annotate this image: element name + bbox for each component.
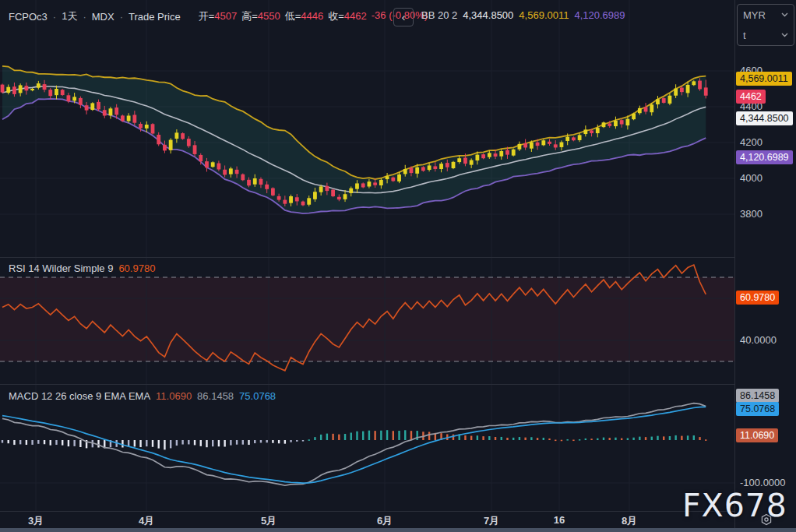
macd-title[interactable]: MACD 12 26 close 9 EMA EMA [9,390,150,402]
candlestick-chart[interactable] [0,0,734,257]
trading-chart-app: FCPOc3 · 1天 · MDX · Trade Price 开=4507 高… [0,0,796,532]
price-tick-label: -100.0000 [740,477,786,488]
x-axis-label: 4月 [139,514,154,528]
chevron-down-icon [781,12,788,17]
symbol-legend[interactable]: FCPOc3 · 1天 · MDX · Trade Price 开=4507 高… [9,9,428,23]
price-tick-label: 3800 [740,208,763,220]
interval-label[interactable]: 1天 [62,9,77,23]
bb-lower-value: 4,120.6989 [574,9,625,21]
price-tick-label: 4000 [740,172,763,184]
open-value: 4507 [214,10,237,22]
bb-title[interactable]: BB 20 2 [421,9,457,21]
x-axis-label: 6月 [377,514,393,528]
series-type-label: Trade Price [129,11,181,23]
close-value: 4462 [344,10,367,22]
legend-separator: · [53,11,56,23]
bb-lower-badge: 4,120.6989 [736,150,793,164]
signal-badge: 75.0768 [736,402,779,416]
macd-line-value: 86.1458 [197,390,234,402]
chevron-down-icon [781,33,788,37]
chevron-left-icon: ‹ [402,11,406,23]
currency-value: MYR [743,9,766,21]
rsi-legend[interactable]: RSI 14 Wilder Simple 9 60.9780 [9,262,155,274]
pane-separator[interactable] [0,257,796,258]
close-label: 收= [328,10,344,22]
bb-basis-badge: 4,344.8500 [736,111,793,125]
rsi-badge: 60.9780 [736,291,779,305]
bb-upper-badge: 4,569.0011 [736,72,792,86]
rsi-pane[interactable] [0,257,734,384]
last-price-badge: 4462 [736,90,766,104]
x-axis-label: 7月 [484,514,499,528]
rsi-value: 60.9780 [118,262,155,274]
collapse-indicators-button[interactable]: ‹ [393,8,414,26]
price-pane[interactable] [0,0,734,257]
macd-hist-value: 11.0690 [156,390,192,402]
settings-icon[interactable] [760,513,773,526]
unit-value: t [743,30,746,41]
x-axis-label: 5月 [261,514,276,528]
pane-separator[interactable] [0,384,796,385]
low-label: 低= [285,10,301,22]
rsi-title[interactable]: RSI 14 Wilder Simple 9 [9,262,113,274]
low-value: 4446 [301,10,323,22]
price-tick-label: 40.0000 [740,334,777,346]
bb-upper-value: 4,569.0011 [519,9,569,21]
exchange-label: MDX [92,11,114,23]
macd-pane[interactable] [0,384,734,511]
macd-signal-value: 75.0768 [239,390,276,402]
symbol-name[interactable]: FCPOc3 [9,11,48,23]
price-scale[interactable]: MYR t 4600440042004000380040.0000-100.00… [735,0,796,528]
rsi-chart[interactable] [0,257,734,384]
bb-legend[interactable]: BB 20 2 4,344.8500 4,569.0011 4,120.6989 [421,9,625,21]
x-axis-label: 16 [554,514,565,526]
high-label: 高= [241,10,258,22]
currency-dropdown[interactable]: MYR [738,5,794,25]
bottom-toolbar-edge [0,528,796,532]
macd-legend[interactable]: MACD 12 26 close 9 EMA EMA 11.0690 86.14… [9,390,276,402]
legend-separator: · [83,11,86,23]
hist-badge: 11.0690 [736,428,778,442]
x-axis-label: 8月 [622,514,637,528]
open-label: 开= [199,10,215,22]
price-tick-label: 4200 [740,136,763,148]
unit-dropdown[interactable]: t [738,25,794,45]
bb-basis-value: 4,344.8500 [463,9,513,21]
macd-badge: 86.1458 [736,389,779,403]
currency-unit-selector: MYR t [737,4,794,46]
legend-separator: · [120,11,123,23]
macd-chart[interactable] [0,384,734,511]
x-axis-label: 3月 [28,514,44,528]
time-scale[interactable]: 3月4月5月6月7月168月 [0,512,734,528]
high-value: 4550 [258,10,280,22]
